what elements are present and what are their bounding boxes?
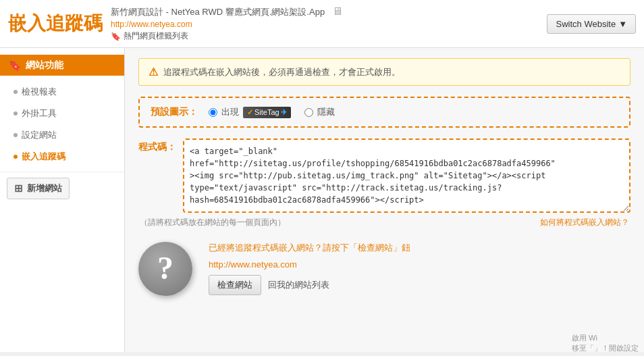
code-hint: （請將程式碼放在網站的每一個頁面內）	[140, 217, 286, 228]
sidebar-item-embed[interactable]: 嵌入追蹤碼	[0, 146, 124, 168]
bookmark-icon: 🔖	[111, 32, 121, 41]
sidebar-item-reports[interactable]: 檢視報表	[0, 81, 124, 103]
sidebar-item-label: 檢視報表	[22, 86, 57, 98]
watermark-line2: 移至「」！開啟設定	[572, 343, 639, 353]
active-dot-icon	[14, 155, 18, 159]
bottom-description: 已經將追蹤程式碼嵌入網站？請按下「檢查網站」鈕	[209, 242, 410, 254]
radio-hide-input[interactable]	[304, 108, 313, 117]
sidebar-item-label: 嵌入追蹤碼	[22, 151, 65, 163]
display-section: 預設圖示： 出現 ✓ SiteTag ✈ 隱藏	[138, 97, 630, 128]
radio-hide-label: 隱藏	[317, 106, 335, 118]
radio-show[interactable]: 出現 ✓ SiteTag ✈	[209, 106, 291, 118]
sidebar-section-label: 網站功能	[26, 59, 63, 72]
dot-icon	[14, 111, 18, 116]
switch-website-button[interactable]: Switch Website ▼	[547, 14, 636, 34]
chevron-down-icon: ▼	[618, 19, 627, 29]
header-info: 新竹網頁設計 - NetYea RWD 響應式網頁.網站架設.App 🖥 htt…	[111, 5, 539, 42]
bottom-section: ? 已經將追蹤程式碼嵌入網站？請按下「檢查網站」鈕 http://www.net…	[138, 242, 630, 296]
radio-show-input[interactable]	[209, 108, 217, 117]
code-footer: （請將程式碼放在網站的每一個頁面內） 如何將程式碼嵌入網站？	[138, 217, 630, 228]
add-website-button[interactable]: ⊞ 新增網站	[7, 178, 70, 199]
warning-text: 追蹤程式碼在嵌入網站後，必須再通過檢查，才會正式啟用。	[163, 66, 400, 78]
sidebar-item-label: 外掛工具	[22, 107, 57, 120]
display-radio-group: 出現 ✓ SiteTag ✈ 隱藏	[209, 106, 335, 118]
windows-watermark: 啟用 Wi 移至「」！開啟設定	[566, 330, 644, 356]
check-website-button[interactable]: 檢查網站	[209, 275, 261, 295]
site-title: 新竹網頁設計 - NetYea RWD 響應式網頁.網站架設.App 🖥	[111, 5, 539, 18]
layout: 🔖 網站功能 檢視報表 外掛工具 設定網站 嵌入追蹤碼 ⊞ 新增網站 ⚠	[0, 48, 644, 352]
add-website-label: 新增網站	[27, 182, 62, 195]
warning-box: ⚠ 追蹤程式碼在嵌入網站後，必須再通過檢查，才會正式啟用。	[138, 58, 630, 86]
site-url: http://www.netyea.com	[111, 20, 539, 29]
watermark-line1: 啟用 Wi	[572, 333, 639, 343]
site-title-link[interactable]: 新竹網頁設計 - NetYea RWD 響應式網頁.網站架設.App	[111, 7, 325, 17]
code-label: 程式碼：	[138, 141, 176, 153]
sitetag-badge: ✓ SiteTag ✈	[243, 107, 291, 118]
how-to-embed-link[interactable]: 如何將程式碼嵌入網站？	[540, 217, 629, 228]
code-textarea[interactable]: <a target="_blank" href="http://sitetag.…	[183, 138, 630, 213]
page-title: 嵌入追蹤碼	[8, 11, 103, 36]
sidebar-item-plugins[interactable]: 外掛工具	[0, 103, 124, 124]
badge-arrow: ✈	[281, 108, 287, 117]
sidebar-section-title: 🔖 網站功能	[0, 55, 124, 76]
question-mark: ?	[157, 249, 173, 286]
back-to-list-link[interactable]: 回我的網站列表	[268, 279, 329, 291]
radio-show-label: 出現	[221, 106, 239, 118]
switch-website-label: Switch Website	[556, 19, 616, 29]
warning-icon: ⚠	[149, 66, 158, 78]
plus-icon: ⊞	[14, 182, 23, 195]
dot-icon	[14, 90, 18, 94]
sidebar-divider	[0, 172, 124, 172]
header: 嵌入追蹤碼 新竹網頁設計 - NetYea RWD 響應式網頁.網站架設.App…	[0, 0, 644, 48]
bottom-url: http://www.netyea.com	[209, 259, 410, 270]
display-label: 預設圖示：	[151, 106, 198, 118]
bookmark-row: 🔖 熱門網頁標籤列表	[111, 30, 539, 42]
monitor-icon: 🖥	[332, 5, 343, 17]
bottom-info: 已經將追蹤程式碼嵌入網站？請按下「檢查網站」鈕 http://www.netye…	[209, 242, 410, 295]
bottom-buttons: 檢查網站 回我的網站列表	[209, 275, 410, 295]
sidebar-item-label: 設定網站	[22, 129, 57, 141]
sidebar: 🔖 網站功能 檢視報表 外掛工具 設定網站 嵌入追蹤碼 ⊞ 新增網站	[0, 48, 125, 352]
code-section: 程式碼： <a target="_blank" href="http://sit…	[138, 138, 630, 213]
bookmark-link[interactable]: 熱門網頁標籤列表	[124, 30, 188, 42]
dot-icon	[14, 133, 18, 137]
question-icon: ?	[138, 242, 192, 296]
sidebar-bookmark-icon: 🔖	[8, 59, 22, 72]
badge-icon: ✓	[247, 108, 253, 117]
radio-hide[interactable]: 隱藏	[304, 106, 335, 118]
sidebar-item-settings[interactable]: 設定網站	[0, 124, 124, 146]
badge-text: SiteTag	[254, 108, 279, 116]
main-content: ⚠ 追蹤程式碼在嵌入網站後，必須再通過檢查，才會正式啟用。 預設圖示： 出現 ✓…	[125, 48, 644, 352]
